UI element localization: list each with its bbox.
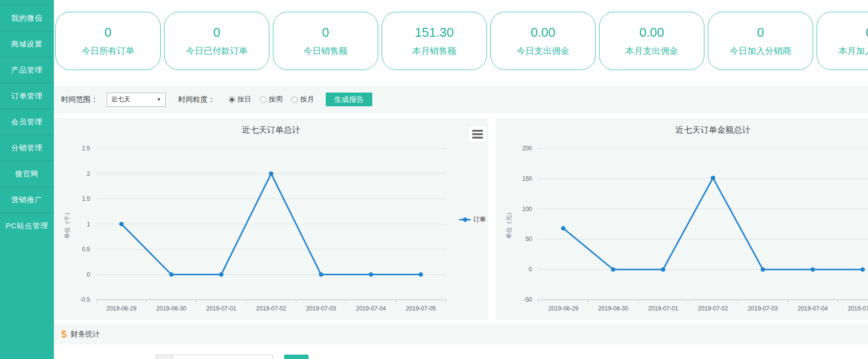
- svg-text:-0.5: -0.5: [80, 296, 90, 303]
- dollar-icon: $: [61, 329, 67, 340]
- sidebar-item[interactable]: 分销管理: [0, 135, 54, 161]
- stat-card: 0今日加入分销商: [708, 12, 813, 70]
- stat-card: 0.00本月支出佣金: [599, 12, 704, 70]
- stat-card: 0本月加入分销商: [817, 12, 868, 70]
- legend-label: 订单: [473, 215, 486, 224]
- sidebar-item[interactable]: PC站点管理: [0, 213, 54, 239]
- finance-section-title: 财务统计: [71, 330, 100, 339]
- granularity-radio-option[interactable]: 按月: [291, 95, 314, 104]
- stat-card-label: 今日销售额: [304, 45, 348, 57]
- time-range-selected-value: 近七天: [111, 95, 130, 104]
- stat-card-value: 0.00: [530, 25, 555, 40]
- stat-card-label: 本月加入分销商: [839, 45, 868, 57]
- generate-report-button[interactable]: 生成报告: [326, 93, 372, 106]
- stat-card: 0今日销售额: [273, 12, 378, 70]
- svg-text:150: 150: [522, 175, 532, 182]
- stat-card-value: 0: [104, 25, 111, 40]
- chevron-down-icon: ▼: [157, 97, 161, 102]
- finance-section-header: $ 财务统计: [54, 324, 868, 344]
- stat-card-label: 本月支出佣金: [626, 45, 678, 57]
- svg-text:200: 200: [522, 145, 532, 152]
- radio-button-icon[interactable]: [260, 96, 266, 103]
- stat-card-value: 151.30: [415, 25, 454, 40]
- radio-button-icon[interactable]: [229, 96, 235, 103]
- stat-card-value: 0.00: [639, 25, 664, 40]
- sidebar-item[interactable]: 营销推广: [0, 187, 54, 213]
- radio-button-icon[interactable]: [291, 96, 298, 103]
- stat-card-value: 0: [866, 25, 868, 40]
- svg-text:2019-07-03: 2019-07-03: [748, 305, 778, 312]
- chart-legend[interactable]: 订单: [459, 215, 486, 224]
- granularity-radio-option[interactable]: 按日: [229, 95, 251, 104]
- finance-submit-button[interactable]: [284, 355, 309, 359]
- dashboard-page: 我的微信商城设置产品管理订单管理会员管理分销管理微官网营销推广PC站点管理 0今…: [0, 0, 868, 359]
- finance-filter-row: [156, 355, 309, 359]
- filter-bar: 时间范围： 近七天 ▼ 时间粒度： 按日按周按月 生成报告: [54, 86, 868, 113]
- svg-text:2019-07-01: 2019-07-01: [648, 305, 678, 312]
- svg-text:0.5: 0.5: [82, 246, 90, 253]
- granularity-radio-group: 按日按周按月: [229, 95, 314, 104]
- granularity-radio-option[interactable]: 按周: [260, 95, 283, 104]
- svg-text:2019-07-04: 2019-07-04: [356, 305, 386, 312]
- stat-card-label: 今日加入分销商: [730, 45, 792, 57]
- input-addon: [156, 355, 173, 359]
- svg-text:2019-07-05: 2019-07-05: [406, 305, 436, 312]
- sidebar-item[interactable]: 商城设置: [0, 31, 54, 57]
- sidebar-item[interactable]: 产品管理: [0, 57, 54, 83]
- time-range-label: 时间范围：: [61, 95, 98, 104]
- stat-card-value: 0: [322, 25, 329, 40]
- svg-text:2019-07-04: 2019-07-04: [798, 305, 828, 312]
- stat-card: 0.00今日支出佣金: [490, 12, 596, 70]
- stat-card-value: 0: [213, 25, 220, 40]
- svg-text:2019-07-05: 2019-07-05: [847, 305, 868, 312]
- svg-text:2.5: 2.5: [82, 145, 90, 152]
- charts-row: 近七天订单总计 2.521.510.50-0.52019-06-292019-0…: [54, 118, 868, 320]
- stat-card-label: 今日已付款订单: [186, 45, 248, 57]
- main-content: 0今日所有订单0今日已付款订单0今日销售额151.30本月销售额0.00今日支出…: [54, 0, 868, 359]
- svg-text:-50: -50: [524, 296, 532, 303]
- sidebar-item[interactable]: 微官网: [0, 161, 54, 187]
- legend-line-icon: [459, 219, 471, 220]
- svg-text:2019-06-29: 2019-06-29: [106, 305, 137, 312]
- orders-chart-panel: 近七天订单总计 2.521.510.50-0.52019-06-292019-0…: [54, 118, 488, 320]
- sidebar-item[interactable]: 我的微信: [0, 5, 54, 31]
- radio-label: 按日: [238, 95, 251, 104]
- order-amount-chart-panel: 近七天订单金额总计 200150100500-502019-06-292019-…: [496, 118, 868, 320]
- svg-text:2019-06-29: 2019-06-29: [548, 305, 579, 312]
- granularity-label: 时间粒度：: [178, 95, 215, 104]
- svg-text:2: 2: [87, 170, 90, 177]
- svg-text:2019-06-30: 2019-06-30: [156, 305, 187, 312]
- svg-text:100: 100: [522, 206, 532, 213]
- svg-text:1: 1: [87, 221, 90, 228]
- svg-text:2019-07-02: 2019-07-02: [256, 305, 287, 312]
- radio-label: 按月: [300, 95, 314, 104]
- radio-label: 按周: [269, 95, 283, 104]
- stat-card-label: 今日所有订单: [82, 45, 135, 57]
- stat-card-label: 本月销售额: [412, 45, 457, 57]
- sidebar-item[interactable]: 会员管理: [0, 109, 54, 135]
- stat-card-value: 0: [757, 25, 764, 40]
- svg-text:单位（个）: 单位（个）: [64, 210, 71, 239]
- svg-text:0: 0: [87, 271, 90, 278]
- svg-text:0: 0: [529, 266, 532, 273]
- order-amount-line-chart: 200150100500-502019-06-292019-06-302019-…: [496, 118, 868, 320]
- sidebar: 我的微信商城设置产品管理订单管理会员管理分销管理微官网营销推广PC站点管理: [0, 0, 54, 359]
- stat-card-label: 今日支出佣金: [517, 45, 570, 57]
- sidebar-item[interactable]: 订单管理: [0, 83, 54, 109]
- svg-text:单位（元）: 单位（元）: [506, 210, 512, 239]
- svg-text:50: 50: [526, 236, 532, 242]
- svg-text:2019-07-02: 2019-07-02: [698, 305, 728, 312]
- stat-card: 0今日所有订单: [55, 12, 161, 70]
- orders-line-chart: 2.521.510.50-0.52019-06-292019-06-302019…: [54, 118, 488, 320]
- stat-cards-row: 0今日所有订单0今日已付款订单0今日销售额151.30本月销售额0.00今日支出…: [55, 12, 868, 70]
- svg-text:2019-07-03: 2019-07-03: [306, 305, 337, 312]
- time-range-select[interactable]: 近七天 ▼: [107, 93, 166, 107]
- stat-card: 151.30本月销售额: [382, 12, 487, 70]
- svg-text:2019-06-30: 2019-06-30: [598, 305, 628, 312]
- finance-date-input[interactable]: [173, 355, 273, 359]
- sidebar-partial-item: [0, 0, 54, 5]
- svg-text:1.5: 1.5: [82, 195, 90, 202]
- stat-card: 0今日已付款订单: [164, 12, 269, 70]
- svg-text:2019-07-01: 2019-07-01: [206, 305, 237, 312]
